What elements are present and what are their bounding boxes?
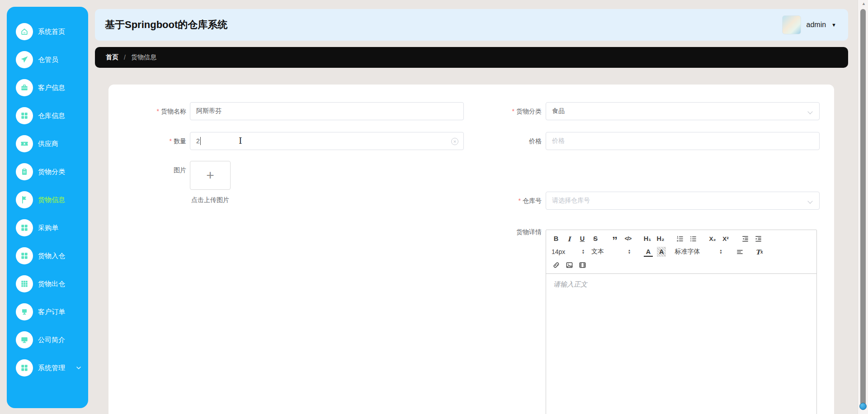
sidebar-item-label: 采购单	[38, 224, 58, 232]
image-button[interactable]	[565, 260, 574, 270]
sidebar-item-purchase-order[interactable]: 采购单	[7, 214, 88, 242]
sidebar-item-goods-inbound[interactable]: 货物入仓	[7, 242, 88, 270]
ordered-list-button[interactable]	[675, 234, 684, 244]
quantity-value: 2	[196, 137, 200, 145]
image-upload-button[interactable]: +	[190, 161, 231, 190]
scrollbar-thumb[interactable]	[860, 9, 866, 406]
user-menu[interactable]: admin ▼	[782, 15, 836, 34]
chevron-down-icon	[75, 365, 82, 371]
flag-icon	[16, 191, 33, 208]
italic-button[interactable]: I	[565, 234, 574, 244]
quantity-label: *数量	[114, 132, 186, 150]
price-label: 价格	[469, 132, 542, 150]
highlight-color-button[interactable]: A	[657, 247, 666, 257]
required-mark: *	[157, 108, 159, 115]
sidebar-item-system-management[interactable]: 系统管理	[7, 354, 88, 382]
sidebar: 系统首页 仓管员 客户信息 仓库信息 供应商 货物分类 货物信息	[7, 7, 88, 408]
price-placeholder: 价格	[552, 137, 565, 145]
rich-text-editor: B I U S ” </> H₁ H₂ X₂ X²	[546, 230, 817, 414]
video-button[interactable]	[578, 260, 587, 270]
sidebar-item-label: 系统首页	[38, 28, 65, 36]
required-mark: *	[512, 108, 514, 115]
subscript-button[interactable]: X₂	[708, 234, 717, 244]
app-header: 基于Springboot的仓库系统 admin ▼	[95, 9, 848, 41]
chevron-down-icon	[807, 198, 812, 203]
header-1-button[interactable]: H₁	[643, 234, 652, 244]
price-input[interactable]: 价格	[546, 132, 820, 150]
grid9-icon	[16, 275, 33, 292]
sidebar-item-label: 货物信息	[38, 196, 65, 204]
link-button[interactable]	[552, 260, 561, 270]
sidebar-item-label: 仓管员	[38, 56, 58, 64]
breadcrumb-separator: /	[124, 54, 126, 61]
goods-name-label: *货物名称	[114, 102, 186, 120]
editor-toolbar: B I U S ” </> H₁ H₂ X₂ X²	[546, 230, 816, 274]
sidebar-item-company-profile[interactable]: 公司简介	[7, 326, 88, 354]
sidebar-item-supplier[interactable]: 供应商	[7, 130, 88, 158]
warehouse-label: *仓库号	[469, 192, 542, 210]
underline-button[interactable]: U	[578, 234, 587, 244]
goods-name-input[interactable]: 阿斯蒂芬	[190, 102, 464, 120]
caret-down-icon: ▼	[831, 22, 836, 28]
scrollbar-handle[interactable]	[859, 403, 867, 410]
clipboard-icon	[16, 163, 33, 180]
breadcrumb: 首页 / 货物信息	[95, 47, 848, 68]
username: admin	[807, 21, 826, 29]
align-button[interactable]	[735, 247, 744, 257]
sidebar-item-goods-info[interactable]: 货物信息	[7, 186, 88, 214]
editor-placeholder: 请输入正文	[553, 280, 587, 288]
blockquote-button[interactable]: ”	[610, 234, 619, 244]
bold-button[interactable]: B	[552, 234, 561, 244]
superscript-button[interactable]: X²	[721, 234, 730, 244]
bullet-list-button[interactable]	[689, 234, 698, 244]
sidebar-item-goods-outbound[interactable]: 货物出仓	[7, 270, 88, 298]
sidebar-item-home[interactable]: 系统首页	[7, 18, 88, 46]
strikethrough-button[interactable]: S	[591, 234, 600, 244]
warehouse-select[interactable]: 请选择仓库号	[546, 192, 820, 210]
sidebar-item-label: 仓库信息	[38, 112, 65, 120]
scrollbar-track[interactable]: ▲	[858, 0, 868, 414]
goods-name-value: 阿斯蒂芬	[196, 107, 222, 115]
editor-content-area[interactable]: 请输入正文	[546, 274, 816, 414]
breadcrumb-home-link[interactable]: 首页	[106, 53, 118, 61]
sidebar-item-goods-category[interactable]: 货物分类	[7, 158, 88, 186]
clear-icon[interactable]: ×	[451, 138, 458, 145]
avatar[interactable]	[782, 15, 801, 34]
required-mark: *	[519, 197, 521, 204]
goods-category-label: *货物分类	[469, 102, 542, 120]
clear-format-button[interactable]: Tx	[755, 247, 764, 257]
goods-category-select[interactable]: 食品	[546, 102, 820, 120]
paper-plane-icon	[16, 51, 33, 68]
scroll-up-icon[interactable]: ▲	[862, 1, 866, 6]
image-upload-hint: 点击上传图片	[174, 196, 247, 204]
form-card: *货物名称 阿斯蒂芬 *货物分类 食品 *数量 2 × 价格 价格 图片 + 点…	[108, 85, 834, 414]
sidebar-item-warehouse-info[interactable]: 仓库信息	[7, 102, 88, 130]
outdent-button[interactable]	[741, 234, 750, 244]
sidebar-item-customer-info[interactable]: 客户信息	[7, 74, 88, 102]
goods-category-value: 食品	[552, 107, 565, 115]
sidebar-item-warehouse-keeper[interactable]: 仓管员	[7, 46, 88, 74]
home-icon	[16, 23, 33, 40]
monitor-icon	[16, 331, 33, 348]
breadcrumb-current: 货物信息	[131, 53, 156, 61]
sidebar-item-label: 货物出仓	[38, 280, 65, 288]
quantity-input[interactable]: 2 ×	[190, 132, 464, 150]
sidebar-item-customer-order[interactable]: 客户订单	[7, 298, 88, 326]
grid-icon	[16, 247, 33, 264]
header-2-button[interactable]: H₂	[656, 234, 665, 244]
indent-button[interactable]	[754, 234, 763, 244]
plus-icon: +	[206, 169, 214, 182]
code-block-button[interactable]: </>	[623, 234, 632, 244]
grid-icon	[16, 107, 33, 124]
font-family-picker[interactable]: 标准字体 ▴▾	[675, 247, 722, 257]
required-mark: *	[170, 137, 172, 145]
text-color-button[interactable]: A	[644, 248, 653, 257]
detail-label: 货物详情	[469, 223, 542, 241]
font-size-picker[interactable]: 14px ▴▾	[552, 247, 584, 257]
image-label: 图片	[114, 161, 186, 179]
text-style-picker[interactable]: 文本 ▴▾	[591, 247, 630, 257]
sidebar-item-label: 系统管理	[38, 364, 65, 372]
picker-arrows-icon: ▴▾	[720, 249, 722, 255]
picker-arrows-icon: ▴▾	[582, 249, 584, 255]
sidebar-item-label: 公司简介	[38, 336, 65, 344]
